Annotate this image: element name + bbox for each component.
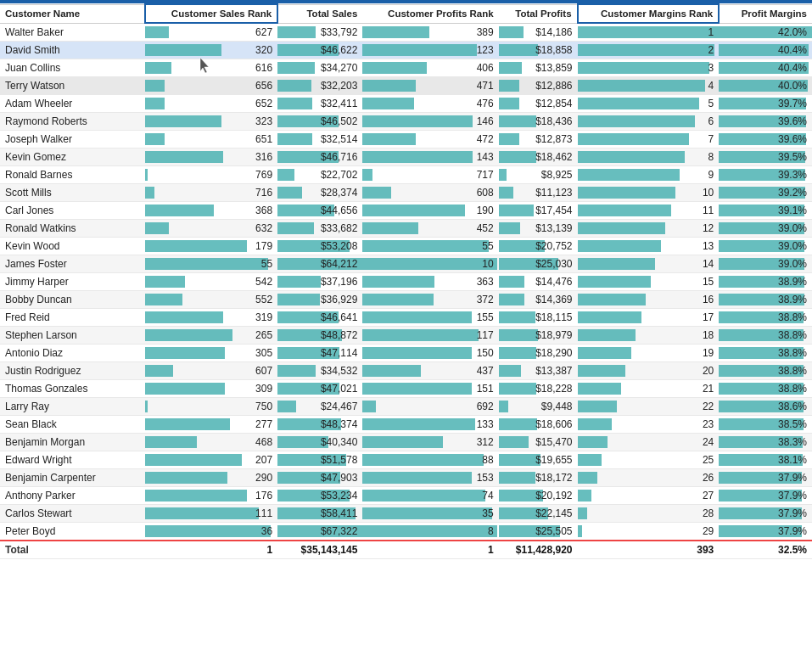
- cell-total-profits: $25,030: [499, 255, 578, 273]
- cell-margins-rank: 28: [578, 505, 720, 523]
- cell-name: Benjamin Carpenter: [0, 469, 145, 487]
- cell-name: Edward Wright: [0, 451, 145, 469]
- cell-margins-rank: 23: [578, 416, 720, 434]
- cell-name: Carl Jones: [0, 202, 145, 220]
- col-header-margins-rank[interactable]: Customer Margins Rank: [578, 4, 720, 23]
- cell-margins-rank: 18: [578, 327, 720, 345]
- table-row: Thomas Gonzales309$47,021151$18,2282138.…: [0, 380, 812, 398]
- cell-sales-rank: 316: [145, 148, 277, 166]
- cell-total-profits: $18,228: [499, 380, 578, 398]
- cell-profits-rank: 74: [362, 487, 498, 505]
- cell-profits-rank: 123: [362, 42, 498, 59]
- col-header-profit-margins[interactable]: Profit Margins: [719, 4, 812, 23]
- cell-margins-rank: 5: [578, 95, 720, 113]
- cell-profit-margins: 37.9%: [719, 469, 812, 487]
- cell-sales-rank: 716: [145, 184, 277, 202]
- cell-sales-rank: 652: [145, 95, 277, 113]
- cell-sales-rank: 305: [145, 345, 277, 362]
- cell-total-profits: $18,290: [499, 345, 578, 362]
- cell-margins-rank: 20: [578, 362, 720, 380]
- cell-profits-rank: 452: [362, 220, 498, 238]
- cell-profits-rank: 55: [362, 238, 498, 255]
- cell-total-sales: $47,021: [277, 380, 362, 398]
- cell-total-sales: $32,411: [277, 95, 362, 113]
- col-header-profits-rank[interactable]: Customer Profits Rank: [362, 4, 498, 23]
- cell-profits-rank: 8: [362, 523, 498, 541]
- cell-profits-rank: 117: [362, 327, 498, 345]
- table-row: Justin Rodriguez607$34,532437$13,3872038…: [0, 362, 812, 380]
- cell-name: Bobby Duncan: [0, 291, 145, 309]
- cell-profit-margins: 38.8%: [719, 309, 812, 327]
- cell-total-sales: $32,203: [277, 77, 362, 95]
- col-header-total-profits[interactable]: Total Profits: [499, 4, 578, 23]
- cell-profit-margins: 40.4%: [719, 59, 812, 77]
- col-header-sales-rank[interactable]: Customer Sales Rank: [145, 4, 277, 23]
- cell-total-sales: $34,270: [277, 59, 362, 77]
- cell-profit-margins: 38.9%: [719, 291, 812, 309]
- cell-name: Fred Reid: [0, 309, 145, 327]
- table-row: Joseph Walker651$32,514472$12,873739.6%: [0, 131, 812, 148]
- cell-sales-rank: 627: [145, 23, 277, 42]
- cell-sales-rank: 179: [145, 238, 277, 255]
- total-cell: 393: [578, 541, 720, 559]
- cell-total-profits: $15,470: [499, 434, 578, 451]
- table-row: Stephen Larson265$48,872117$18,9791838.8…: [0, 327, 812, 345]
- cell-name: Larry Ray: [0, 398, 145, 416]
- cell-name: Benjamin Morgan: [0, 434, 145, 451]
- cell-name: Justin Rodriguez: [0, 362, 145, 380]
- cell-margins-rank: 6: [578, 113, 720, 131]
- cell-name: Joseph Walker: [0, 131, 145, 148]
- table-row: Ronald Barnes769$22,702717$8,925939.3%: [0, 166, 812, 184]
- cell-margins-rank: 21: [578, 380, 720, 398]
- table-row: David Smith320$46,622123$18,858240.4%: [0, 42, 812, 59]
- cell-total-profits: $14,186: [499, 23, 578, 42]
- cell-sales-rank: 616: [145, 59, 277, 77]
- cell-profit-margins: 39.0%: [719, 255, 812, 273]
- cell-total-sales: $46,622: [277, 42, 362, 59]
- cell-total-profits: $19,655: [499, 451, 578, 469]
- cell-margins-rank: 26: [578, 469, 720, 487]
- cell-total-sales: $28,374: [277, 184, 362, 202]
- cell-total-profits: $18,858: [499, 42, 578, 59]
- cell-margins-rank: 1: [578, 23, 720, 42]
- cell-name: Sean Black: [0, 416, 145, 434]
- cell-total-profits: $13,387: [499, 362, 578, 380]
- table-row: Fred Reid319$46,641155$18,1151738.8%: [0, 309, 812, 327]
- cell-margins-rank: 29: [578, 523, 720, 541]
- cell-sales-rank: 319: [145, 309, 277, 327]
- cell-total-profits: $22,145: [499, 505, 578, 523]
- cell-profits-rank: 717: [362, 166, 498, 184]
- cell-name: Walter Baker: [0, 23, 145, 42]
- cell-name: Jimmy Harper: [0, 273, 145, 291]
- cell-profit-margins: 40.0%: [719, 77, 812, 95]
- cell-margins-rank: 7: [578, 131, 720, 148]
- cell-profits-rank: 389: [362, 23, 498, 42]
- cell-total-profits: $11,123: [499, 184, 578, 202]
- col-header-total-sales[interactable]: Total Sales: [277, 4, 362, 23]
- cell-profit-margins: 39.2%: [719, 184, 812, 202]
- table-row: Edward Wright207$51,57888$19,6552538.1%: [0, 451, 812, 469]
- cell-total-profits: $20,752: [499, 238, 578, 255]
- total-cell: Total: [0, 541, 145, 559]
- total-cell: 1: [362, 541, 498, 559]
- cell-margins-rank: 3: [578, 59, 720, 77]
- cell-total-sales: $58,411: [277, 505, 362, 523]
- cell-total-sales: $33,792: [277, 23, 362, 42]
- cell-profit-margins: 37.9%: [719, 487, 812, 505]
- cell-profits-rank: 10: [362, 255, 498, 273]
- cell-name: Peter Boyd: [0, 523, 145, 541]
- total-cell: 1: [145, 541, 277, 559]
- cell-total-profits: $17,454: [499, 202, 578, 220]
- total-cell: $11,428,920: [499, 541, 578, 559]
- cell-sales-rank: 468: [145, 434, 277, 451]
- table-row: Adam Wheeler652$32,411476$12,854539.7%: [0, 95, 812, 113]
- table-container: Customer Name Customer Sales Rank Total …: [0, 0, 812, 650]
- cell-sales-rank: 277: [145, 416, 277, 434]
- cell-profits-rank: 190: [362, 202, 498, 220]
- cell-name: Anthony Parker: [0, 487, 145, 505]
- cell-total-sales: $47,114: [277, 345, 362, 362]
- cell-profits-rank: 146: [362, 113, 498, 131]
- cell-profit-margins: 39.5%: [719, 148, 812, 166]
- col-header-name[interactable]: Customer Name: [0, 4, 145, 23]
- table-row: Larry Ray750$24,467692$9,4482238.6%: [0, 398, 812, 416]
